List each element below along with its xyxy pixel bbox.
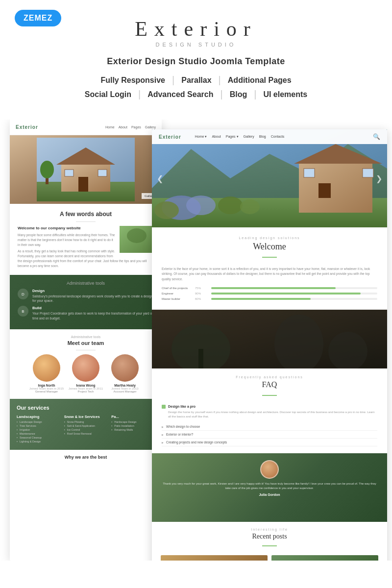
progress-engineer-bg: [211, 293, 377, 294]
team-header: Administrative tools: [17, 335, 155, 339]
brand-title: Exterior: [135, 17, 257, 41]
svg-rect-26: [198, 349, 203, 368]
landscaping-title: Landscaping: [17, 415, 60, 419]
member-1-name: Inga North: [29, 384, 64, 387]
feature-advanced-search: Advanced Search: [147, 90, 213, 99]
svg-rect-18: [363, 169, 373, 177]
faq-answer: Design the home by yourself even if you …: [168, 410, 377, 419]
member-2-year: Joined Team team in 2011: [68, 387, 103, 390]
faq-list-item-2[interactable]: Exterior or interior?: [162, 431, 377, 439]
left-nav-links: Home About Pages Gallery: [105, 125, 156, 129]
welcome-header: Leading design solutions: [162, 236, 377, 240]
service-build-name: Build: [32, 306, 154, 310]
left-nav-link-gallery[interactable]: Gallery: [145, 125, 156, 129]
right-hero: ❮ ❯: [152, 129, 387, 227]
team-title: Meet our team: [17, 340, 155, 346]
progress-engineer-pct: 90%: [195, 292, 207, 295]
left-nav-link-about[interactable]: About: [119, 125, 127, 129]
progress-chief: Chief of the projects 75%: [162, 287, 377, 290]
left-services: Administrative tools D Design Salisbury'…: [10, 275, 162, 329]
faq-question-text: Design like a pro: [168, 405, 196, 408]
snow-item-2: Salt & Sand Application: [64, 424, 108, 427]
post-1-image: [161, 555, 268, 561]
slider-prev-button[interactable]: ❮: [157, 174, 163, 183]
separator-4: |: [220, 89, 222, 100]
service-design-text: Design Salisbury's professional landscap…: [32, 289, 154, 303]
feature-fully-responsive: Fully Responsive: [100, 76, 165, 85]
parallax-bg: [152, 310, 387, 368]
member-2-photo: [72, 354, 99, 382]
faq-main-question: Design like a pro: [162, 405, 377, 409]
landscaping-item-4: Maintenance: [17, 432, 60, 435]
snow-item-3: Ice Control: [64, 428, 108, 431]
right-parallax: [152, 310, 387, 368]
separator-3: |: [138, 89, 141, 100]
team-divider: [76, 350, 96, 350]
faq-title: FAQ: [162, 380, 377, 389]
member-3-year: Joined Team in 2013: [107, 387, 143, 390]
svg-rect-6: [98, 170, 107, 176]
right-nav-link-blog[interactable]: Blog: [259, 135, 266, 139]
right-nav-link-contacts[interactable]: Contacts: [271, 135, 285, 139]
right-nav-link-pages[interactable]: Pages ▾: [226, 135, 239, 139]
recent-posts-section: Interesting life Recent posts 22 March, …: [152, 522, 387, 561]
snow-item-1: Snow Plowing: [64, 420, 108, 423]
member-2: Ivana Wong Joined Team team in 2011 Proj…: [68, 354, 103, 393]
member-2-role: Project Tech: [68, 390, 103, 393]
testimonial-content: Thank you very much for your great work,…: [161, 460, 378, 496]
testimonial-text: Thank you very much for your great work,…: [161, 482, 378, 490]
progress-engineer: Engineer 90%: [162, 292, 377, 295]
faq-list: Which design to choose Exterior or inter…: [162, 423, 377, 446]
posts-header: Interesting life: [161, 528, 378, 531]
faq-main-item: Design like a pro Design the home by you…: [162, 405, 377, 419]
service-design-name: Design: [32, 289, 154, 293]
welcome-title: Welcome: [162, 242, 377, 252]
progress-chief-bg: [211, 287, 377, 289]
parallax-image: [152, 310, 387, 368]
progress-engineer-fill: [211, 293, 361, 294]
svg-point-10: [127, 228, 147, 243]
progress-builder-label: Master builder: [162, 297, 191, 300]
member-1: Inga North Joined Team team in 2015 Gene…: [29, 354, 64, 393]
services-header: Administrative tools: [18, 281, 154, 286]
welcome-text: Exterior is the face of your home, in so…: [162, 267, 377, 282]
right-faq: Frequently asked questions FAQ Design li…: [152, 368, 387, 453]
service-build-desc: Your Project Coordinator gets down to wo…: [32, 311, 154, 320]
progress-builder-pct: 60%: [195, 297, 207, 300]
service-col-landscaping: Landscaping Landscape Design Tree Servic…: [17, 415, 60, 444]
team-members: Inga North Joined Team team in 2015 Gene…: [17, 354, 155, 393]
zemez-logo[interactable]: ZEMEZ: [15, 10, 61, 26]
right-nav-link-home[interactable]: Home ▾: [195, 135, 207, 139]
posts-title: Recent posts: [161, 533, 378, 540]
member-2-name: Ivana Wong: [68, 384, 103, 387]
right-nav-link-about[interactable]: About: [212, 135, 220, 139]
member-1-role: General Manager: [29, 390, 64, 393]
our-services-section: Our services Landscaping Landscape Desig…: [10, 399, 162, 450]
svg-rect-4: [78, 177, 88, 192]
testimonial-name: Julia Gordon: [161, 493, 378, 496]
services-list: Landscaping Landscape Design Tree Servic…: [17, 415, 155, 444]
landscaping-item-5: Seasonal Cleanup: [17, 436, 60, 439]
svg-rect-16: [318, 183, 331, 198]
brand-subtitle: DESIGN STUDIO: [156, 42, 237, 48]
faq-list-item-3[interactable]: Creating projects and new design concept…: [162, 439, 377, 446]
slider-next-button[interactable]: ❯: [376, 174, 382, 183]
posts-underline: [262, 545, 277, 546]
right-welcome: Leading design solutions Welcome Exterio…: [152, 227, 387, 310]
progress-engineer-label: Engineer: [162, 292, 191, 295]
faq-list-item-1[interactable]: Which design to choose: [162, 423, 377, 431]
left-nav-link-home[interactable]: Home: [105, 125, 115, 129]
service-col-pa: Pa... Hardscape Design Patio Installatio…: [111, 415, 155, 444]
member-1-year: Joined Team team in 2015: [29, 387, 64, 390]
our-services-title: Our services: [17, 405, 155, 411]
testimonial-photo: [260, 460, 279, 479]
post-2: 18 March, 2016 Another recent post title…: [271, 555, 378, 561]
svg-point-21: [154, 201, 179, 219]
right-nav-link-gallery[interactable]: Gallery: [244, 135, 254, 139]
landscaping-item-1: Landscape Design: [17, 420, 60, 423]
left-nav-link-pages[interactable]: Pages: [131, 125, 141, 129]
left-hero: Gallery: [10, 135, 162, 204]
separator-1: |: [172, 74, 174, 86]
search-icon[interactable]: 🔍: [373, 133, 380, 140]
progress-builder-bg: [211, 298, 377, 300]
